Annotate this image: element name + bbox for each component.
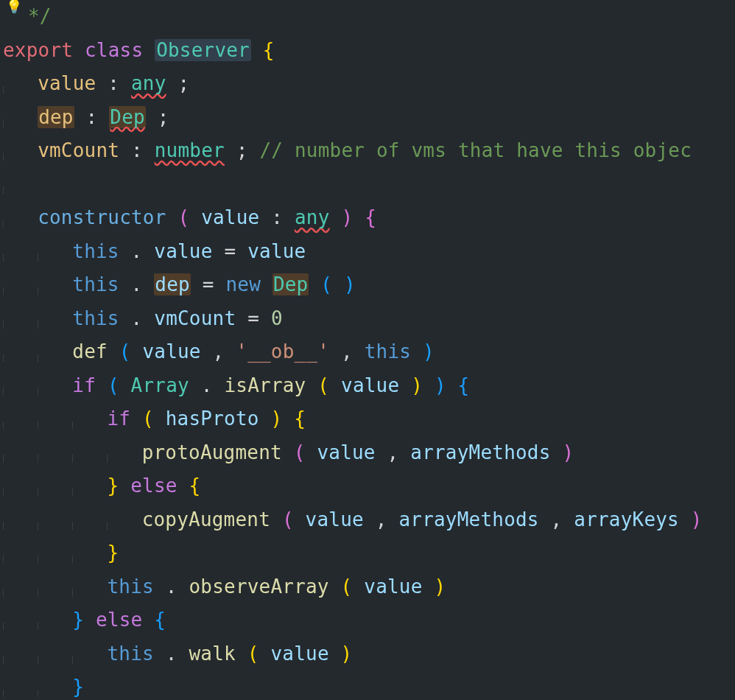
prop-vmcount: vmCount xyxy=(38,139,119,161)
keyword-new: new xyxy=(225,273,261,295)
keyword-this: this xyxy=(72,240,119,262)
brace-open: { xyxy=(263,39,275,61)
var-arraykeys: arrayKeys xyxy=(574,508,679,531)
fn-copyaugment: copyAugment xyxy=(142,508,270,531)
code-line: dep : Dep ; xyxy=(3,101,732,135)
code-line: this . walk ( value ) xyxy=(3,637,732,671)
code-editor[interactable]: 💡 */ export class Observer { value : any… xyxy=(0,0,735,700)
param-value: value xyxy=(201,206,259,228)
code-line: constructor ( value : any ) { xyxy=(3,201,732,235)
prop-value: value xyxy=(38,72,96,94)
type-number: number xyxy=(155,139,225,161)
comment-close: */ xyxy=(28,5,52,27)
code-line: def ( value , '__ob__' , this ) xyxy=(3,335,732,369)
ctor-dep: Dep xyxy=(272,273,309,295)
code-line: } else { xyxy=(3,603,732,637)
code-line: copyAugment ( value , arrayMethods , arr… xyxy=(3,503,732,537)
code-line: this . dep = new Dep ( ) xyxy=(3,268,732,302)
fn-protoaugment: protoAugment xyxy=(142,441,282,463)
global-array: Array xyxy=(131,374,189,396)
keyword-if: if xyxy=(72,374,96,396)
code-line: } xyxy=(3,536,732,570)
code-line: 💡 */ xyxy=(3,0,732,34)
code-line: } xyxy=(3,671,732,700)
keyword-export: export xyxy=(3,39,73,61)
type-any-2: any xyxy=(295,206,330,228)
fn-def: def xyxy=(72,340,108,363)
fn-walk: walk xyxy=(189,643,235,665)
fn-observearray: observeArray xyxy=(189,575,328,598)
lightbulb-icon[interactable]: 💡 xyxy=(6,0,22,13)
var-hasproto: hasProto xyxy=(166,407,259,430)
literal-zero: 0 xyxy=(271,307,283,329)
code-line-blank xyxy=(3,168,732,202)
constructor: constructor xyxy=(38,206,166,228)
code-line: value : any ; xyxy=(3,67,732,101)
class-name: Observer xyxy=(155,39,251,61)
keyword-else: else xyxy=(130,475,177,497)
fn-isarray: isArray xyxy=(224,374,306,396)
code-line: } else { xyxy=(3,469,732,503)
prop-dep-use: dep xyxy=(154,273,191,295)
type-any: any xyxy=(131,72,166,94)
code-line: this . value = value xyxy=(3,235,732,269)
code-line: protoAugment ( value , arrayMethods ) xyxy=(3,436,732,470)
code-line: export class Observer { xyxy=(3,34,732,68)
keyword-class: class xyxy=(85,39,143,61)
code-line: if ( hasProto ) { xyxy=(3,402,732,436)
type-dep: Dep xyxy=(109,106,146,128)
code-line: this . vmCount = 0 xyxy=(3,302,732,336)
code-line: if ( Array . isArray ( value ) ) { xyxy=(3,369,732,403)
code-line: this . observeArray ( value ) xyxy=(3,570,732,604)
code-line: vmCount : number ; // number of vms that… xyxy=(3,134,732,168)
var-arraymethods: arrayMethods xyxy=(410,441,550,463)
string-ob: '__ob__' xyxy=(236,340,329,363)
comment: // number of vms that have this objec xyxy=(259,139,692,161)
prop-dep: dep xyxy=(38,106,74,128)
